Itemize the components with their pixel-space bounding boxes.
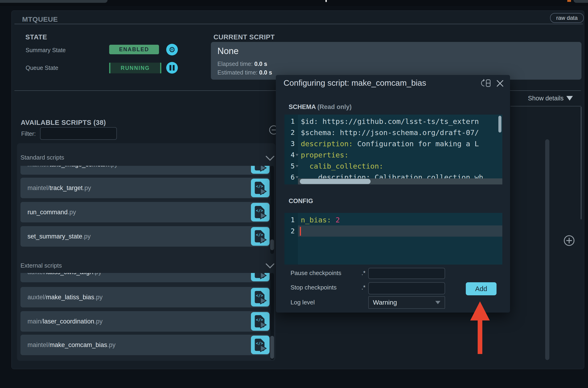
elapsed-time-label: Elapsed time: [217, 61, 252, 67]
script-row[interactable]: set_summary_state.py </> [21, 226, 269, 247]
browser-corner-remnant [574, 0, 588, 3]
elapsed-time-value: 0.0 s [254, 61, 267, 67]
script-file-play-icon: </> [253, 229, 268, 243]
schema-vertical-scrollbar-thumb[interactable] [498, 116, 501, 133]
estimated-time-label: Estimated time: [217, 69, 257, 76]
schema-editor: 1 2 3 4 5 6 $id: https://github.com/lsst… [284, 115, 502, 184]
launch-script-button[interactable]: </> [251, 203, 270, 221]
script-file-play-icon: </> [253, 205, 268, 219]
schema-heading: SCHEMA (Read only) [289, 103, 352, 111]
pause-checkpoints-regex: .* [362, 269, 365, 277]
schema-label: SCHEMA [289, 103, 316, 110]
pause-checkpoints-labelrow: Pause checkpoints .* [291, 267, 365, 279]
available-scripts-heading: AVAILABLE SCRIPTS (38) [21, 119, 106, 126]
launch-script-button[interactable]: </> [251, 288, 270, 307]
current-script-name: None [217, 46, 239, 56]
schema-readonly-note: (Read only) [317, 103, 352, 110]
schema-code-line: $schema: http://json-schema.org/draft-07… [301, 127, 479, 138]
svg-text:</>: </> [256, 317, 263, 322]
raw-data-button[interactable]: raw data [550, 13, 584, 23]
show-details-toggle[interactable]: Show details [528, 94, 573, 102]
config-code-line: n_bias: 2 [301, 214, 340, 225]
filter-input[interactable] [40, 127, 117, 140]
copy-config-icon[interactable] [481, 78, 492, 89]
header-divider [14, 24, 583, 24]
filter-label: Filter: [21, 130, 36, 137]
external-scripts-viewport: auxtel/latiss_cwfs_align.py </> auxtel/m… [17, 273, 270, 360]
launch-script-button[interactable]: </> [251, 227, 270, 246]
stop-checkpoints-regex: .* [362, 284, 365, 291]
current-script-heading: CURRENT SCRIPT [213, 33, 275, 41]
estimated-time-value: 0.0 s [259, 69, 272, 76]
svg-text:</>: </> [256, 293, 263, 298]
standard-scripts-viewport: maintel/take_image_comcam.py </> maintel… [17, 166, 270, 254]
standard-scrollbar-thumb[interactable] [270, 240, 274, 250]
config-active-line [298, 225, 502, 237]
script-row[interactable]: maintel/make_comcam_bias.py </> [21, 335, 269, 355]
white-dot [325, 0, 327, 2]
pause-queue-button[interactable] [166, 62, 178, 73]
text-cursor [300, 227, 301, 236]
schema-horizontal-scrollbar-thumb[interactable] [300, 179, 371, 184]
svg-text:</>: </> [256, 232, 263, 237]
queue-state-badge: RUNNING [109, 63, 161, 73]
state-heading: STATE [25, 33, 47, 41]
svg-text:</>: </> [256, 341, 263, 346]
browser-tab-remnant [0, 0, 108, 3]
svg-text:</>: </> [256, 184, 263, 189]
chevron-down-icon[interactable] [265, 263, 275, 269]
add-button-label: Add [475, 285, 487, 293]
pause-icon [169, 65, 175, 71]
configure-state-button[interactable]: ⚙ [166, 44, 178, 55]
dropdown-caret-icon [435, 301, 440, 304]
section-divider-bottom [511, 106, 581, 106]
log-level-label: Log level [291, 296, 315, 308]
log-level-select[interactable]: Warning [368, 296, 445, 309]
launch-script-button[interactable]: </> [251, 273, 270, 281]
close-icon[interactable] [495, 79, 505, 88]
script-row[interactable]: main/laser_coordination.py </> [21, 311, 269, 332]
estimated-time-row: Estimated time: 0.0 s [217, 69, 272, 76]
stop-checkpoints-labelrow: Stop checkpoints .* [291, 281, 365, 293]
log-level-value: Warning [373, 299, 397, 306]
launch-script-button[interactable]: </> [251, 312, 270, 331]
script-file-play-icon: </> [253, 166, 268, 172]
right-scrollbar[interactable] [581, 107, 582, 219]
script-row[interactable]: auxtel/latiss_cwfs_align.py </> [21, 273, 269, 282]
script-file-play-icon: </> [253, 338, 268, 352]
fold-caret-icon[interactable] [296, 154, 298, 156]
schema-code-line: properties: [301, 149, 348, 160]
script-row[interactable]: maintel/take_image_comcam.py </> [21, 166, 269, 175]
pause-checkpoints-label: Pause checkpoints [291, 267, 341, 279]
schema-code-line: description: Configuration for making a … [301, 138, 479, 149]
external-scrollbar-thumb[interactable] [270, 336, 274, 359]
add-to-queue-icon[interactable] [563, 235, 575, 247]
queue-state-label: Queue State [26, 65, 58, 71]
script-row[interactable]: auxtel/make_latiss_bias.py </> [21, 287, 269, 307]
queue-scrollbar[interactable] [545, 139, 549, 360]
launch-script-button[interactable]: </> [251, 166, 270, 174]
pause-checkpoints-input[interactable] [368, 268, 445, 279]
elapsed-time-row: Elapsed time: 0.0 s [217, 61, 267, 67]
script-file-play-icon: </> [253, 181, 268, 195]
launch-script-button[interactable]: </> [251, 179, 270, 197]
script-row[interactable]: maintel/track_target.py </> [21, 178, 269, 198]
show-details-caret-icon [566, 96, 573, 101]
standard-scripts-header[interactable]: Standard scripts [21, 153, 64, 162]
add-button[interactable]: Add [466, 282, 497, 295]
fold-caret-icon[interactable] [296, 176, 298, 178]
external-scripts-header[interactable]: External scripts [21, 261, 62, 270]
summary-state-badge: ENABLED [109, 45, 159, 54]
annotation-arrow [468, 300, 492, 356]
launch-script-button[interactable]: </> [251, 336, 270, 354]
chevron-down-icon[interactable] [265, 156, 275, 161]
config-editor[interactable]: 1 2 n_bias: 2 [284, 213, 502, 265]
summary-state-label: Summary State [26, 47, 66, 53]
fold-caret-icon[interactable] [296, 165, 298, 167]
raw-data-label: raw data [556, 15, 578, 21]
gear-icon: ⚙ [169, 46, 176, 53]
stop-checkpoints-input[interactable] [368, 282, 445, 294]
schema-code-line: $id: https://github.com/lsst-ts/ts_exter… [301, 116, 479, 127]
schema-code-line: calib_collection: [301, 160, 384, 172]
script-row[interactable]: run_command.py </> [21, 202, 269, 222]
